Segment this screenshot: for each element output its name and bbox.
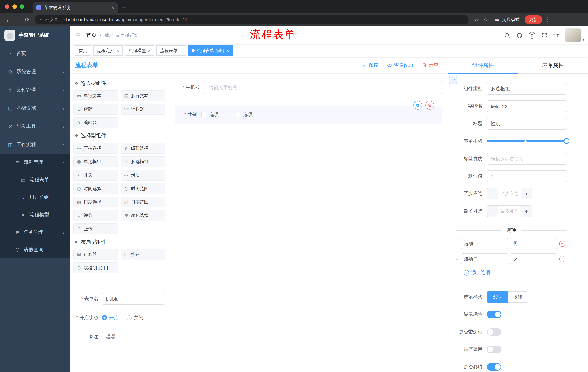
remove-option-icon[interactable]: − bbox=[559, 256, 566, 262]
disabled-switch[interactable] bbox=[487, 346, 501, 353]
font-size-icon[interactable]: TT bbox=[553, 32, 559, 38]
form-name-input[interactable] bbox=[102, 293, 165, 305]
sidebar-item-task-management[interactable]: ⚑ 任务管理 ∨ bbox=[0, 223, 70, 241]
palette-item-checkbox-group[interactable]: ☑多选框组 bbox=[121, 156, 165, 167]
palette-item-table[interactable]: ⊞表格[开发中] bbox=[74, 262, 118, 273]
increase-button[interactable]: + bbox=[521, 188, 532, 199]
palette-item-color-picker[interactable]: ✾颜色选择 bbox=[121, 210, 165, 221]
checkbox-option-2[interactable]: 选项二 bbox=[235, 111, 257, 118]
palette-item-row-container[interactable]: ▣行容器 bbox=[74, 249, 118, 260]
style-default-button[interactable]: 默认 bbox=[487, 291, 508, 303]
view-json-button[interactable]: 查看json bbox=[387, 62, 413, 68]
palette-item-button[interactable]: ◫按钮 bbox=[121, 249, 165, 260]
checkbox-option-1[interactable]: 选项一 bbox=[201, 111, 223, 118]
add-option-button[interactable]: + 添加选项 bbox=[463, 269, 588, 276]
palette-item-multi-line-text[interactable]: ▤多行文本 bbox=[121, 90, 165, 101]
checkbox-box[interactable] bbox=[201, 112, 206, 117]
sidebar-item-infrastructure[interactable]: ▢ 基础设施 ∨ bbox=[0, 99, 70, 117]
palette-item-select[interactable]: ◎下拉选择 bbox=[74, 143, 118, 154]
delete-component-button[interactable] bbox=[425, 101, 434, 110]
style-button-button[interactable]: 按钮 bbox=[508, 291, 528, 303]
palette-item-date-picker[interactable]: ▦日期选择 bbox=[74, 197, 118, 207]
palette-item-slider[interactable]: ⊶滑块 bbox=[121, 170, 165, 181]
required-switch[interactable] bbox=[487, 363, 501, 371]
palette-item-password[interactable]: ⊡密码 bbox=[74, 104, 118, 115]
sidebar-item-payment[interactable]: ¥ 支付管理 ∨ bbox=[0, 81, 70, 99]
palette-item-radio-group[interactable]: ◉单选框组 bbox=[74, 156, 118, 167]
option-1-label-input[interactable] bbox=[461, 238, 508, 249]
sidebar-item-user-group[interactable]: ◒ 用户分组 bbox=[0, 189, 70, 206]
search-icon[interactable] bbox=[504, 32, 510, 38]
tag-close-icon[interactable]: × bbox=[116, 48, 119, 53]
tag-home[interactable]: 首页 bbox=[75, 45, 91, 56]
sidebar-item-process-model[interactable]: ➤ 流程模型 bbox=[0, 206, 70, 223]
tab-close-icon[interactable]: × bbox=[111, 5, 114, 10]
sidebar-item-process-form[interactable]: ▤ 流程表单 bbox=[0, 171, 70, 189]
fullscreen-icon[interactable] bbox=[541, 32, 547, 38]
sidebar-item-system[interactable]: ⚙ 系统管理 ∨ bbox=[0, 63, 70, 81]
bookmark-star-icon[interactable]: ☆ bbox=[481, 17, 491, 22]
browser-tab[interactable]: 芋道管理系统 × bbox=[33, 2, 118, 13]
option-2-label-input[interactable] bbox=[461, 253, 508, 264]
max-checked-value[interactable]: 最多可选 bbox=[498, 206, 521, 217]
sidebar-item-workflow[interactable]: ▥ 工作流程 ∧ bbox=[0, 135, 70, 154]
radio-open[interactable]: 开启 bbox=[102, 315, 119, 321]
palette-item-date-range[interactable]: ▧日期范围 bbox=[121, 197, 165, 207]
label-width-input[interactable] bbox=[487, 153, 567, 165]
palette-item-switch[interactable]: ◐开关 bbox=[74, 170, 118, 181]
tag-close-icon[interactable]: × bbox=[226, 48, 229, 53]
drag-handle-icon[interactable]: ≡ bbox=[456, 256, 459, 262]
sidebar-item-home[interactable]: ◔ 首页 bbox=[0, 44, 70, 63]
password-key-icon[interactable] bbox=[472, 17, 481, 22]
form-remark-textarea[interactable]: 嘿嘿 bbox=[102, 331, 165, 351]
option-1-value-input[interactable] bbox=[510, 238, 557, 249]
slider-track[interactable] bbox=[487, 140, 567, 142]
palette-item-rate[interactable]: ☆评分 bbox=[74, 210, 118, 221]
palette-item-time-range[interactable]: ◴时间范围 bbox=[121, 183, 165, 194]
palette-item-time-picker[interactable]: ◷时间选择 bbox=[74, 183, 118, 194]
github-icon[interactable] bbox=[516, 32, 522, 38]
with-border-switch[interactable] bbox=[487, 328, 501, 336]
back-button[interactable]: ← bbox=[4, 17, 13, 23]
form-canvas[interactable]: 手机号 ⧉ bbox=[169, 74, 448, 372]
palette-item-single-line-text[interactable]: ▭单行文本 bbox=[74, 90, 118, 101]
clear-button[interactable]: 清空 bbox=[422, 62, 439, 68]
window-zoom-button[interactable] bbox=[20, 4, 24, 9]
phone-field-row[interactable]: 手机号 bbox=[175, 81, 442, 94]
radio-closed[interactable]: 关闭 bbox=[127, 315, 143, 321]
decrease-button[interactable]: − bbox=[487, 206, 498, 217]
tag-process-form-edit[interactable]: 流程表单-编辑 × bbox=[188, 45, 232, 56]
address-bar[interactable]: ⚠ 不安全 dashboard.yudao.iocoder.cn /bpm/ma… bbox=[35, 15, 469, 24]
phone-field-input[interactable] bbox=[204, 81, 442, 94]
field-name-input[interactable] bbox=[487, 100, 567, 112]
min-checked-value[interactable]: 至少应选 bbox=[498, 188, 521, 199]
tag-close-icon[interactable]: × bbox=[180, 48, 182, 53]
option-2-value-input[interactable] bbox=[510, 253, 557, 264]
palette-item-upload[interactable]: ↥上传 bbox=[74, 223, 118, 234]
palette-item-counter[interactable]: 123计数器 bbox=[121, 104, 165, 115]
increase-button[interactable]: + bbox=[521, 206, 532, 217]
default-value-input[interactable] bbox=[487, 170, 567, 182]
browser-menu-icon[interactable]: ⋮ bbox=[544, 16, 551, 23]
tag-close-icon[interactable]: × bbox=[148, 48, 151, 53]
reload-button[interactable]: ⟳ bbox=[22, 16, 32, 23]
window-close-button[interactable] bbox=[5, 4, 10, 9]
drag-handle-icon[interactable]: ≡ bbox=[456, 240, 459, 247]
tag-process-definition[interactable]: 流程定义 × bbox=[93, 45, 123, 56]
tab-form-properties[interactable]: 表单属性 bbox=[518, 57, 588, 73]
tag-process-form[interactable]: 流程表单 × bbox=[157, 45, 186, 56]
palette-item-editor[interactable]: ✎编辑器 bbox=[74, 117, 118, 128]
remove-option-icon[interactable]: − bbox=[559, 240, 566, 247]
sidebar-item-devtools[interactable]: ⚒ 研发工具 ∨ bbox=[0, 117, 70, 135]
sidebar-item-process-management[interactable]: ≣ 流程管理 ∧ bbox=[0, 154, 70, 171]
hamburger-icon[interactable]: ☰ bbox=[70, 32, 86, 39]
selected-component-gender[interactable]: ⧉ 性别 选 bbox=[175, 106, 442, 124]
breadcrumb-home[interactable]: 首页 bbox=[86, 32, 97, 39]
help-icon[interactable]: ? bbox=[528, 32, 535, 39]
copy-component-button[interactable]: ⧉ bbox=[413, 101, 422, 110]
save-button[interactable]: ✓ 保存 bbox=[362, 62, 378, 68]
forward-button[interactable]: → bbox=[13, 17, 22, 23]
link-icon[interactable] bbox=[449, 76, 457, 84]
decrease-button[interactable]: − bbox=[487, 188, 498, 199]
user-menu[interactable]: ▾ bbox=[565, 28, 584, 42]
